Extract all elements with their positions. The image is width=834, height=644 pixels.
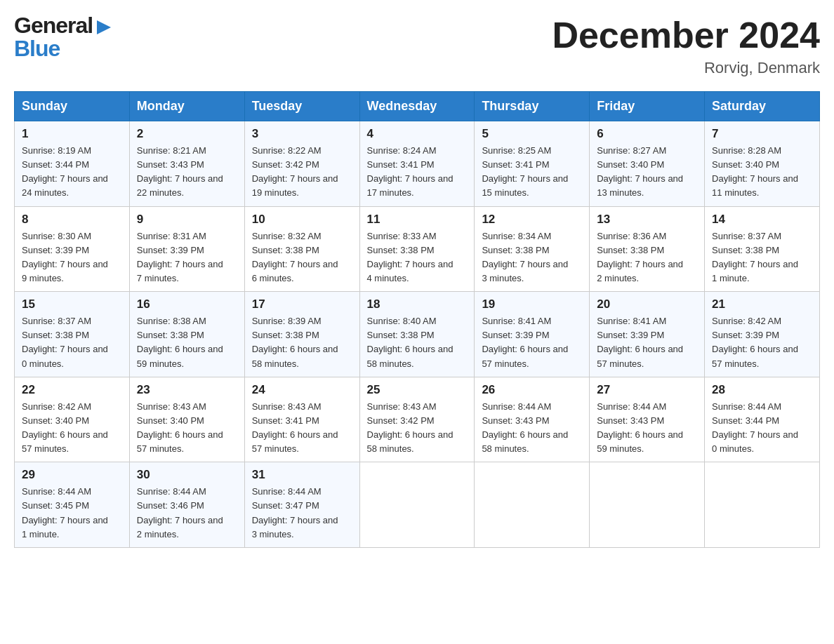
day-info: Sunrise: 8:44 AMSunset: 3:45 PMDaylight:…: [22, 485, 122, 542]
day-number: 1: [22, 127, 122, 141]
calendar-day-cell: 19Sunrise: 8:41 AMSunset: 3:39 PMDayligh…: [475, 292, 590, 377]
calendar-week-row: 22Sunrise: 8:42 AMSunset: 3:40 PMDayligh…: [15, 377, 820, 462]
location: Rorvig, Denmark: [552, 59, 820, 77]
day-number: 7: [712, 127, 812, 141]
calendar-day-cell: 1Sunrise: 8:19 AMSunset: 3:44 PMDaylight…: [15, 121, 130, 207]
calendar-day-cell: 14Sunrise: 8:37 AMSunset: 3:38 PMDayligh…: [705, 206, 820, 292]
calendar-day-cell: 12Sunrise: 8:34 AMSunset: 3:38 PMDayligh…: [475, 206, 590, 292]
day-number: 19: [482, 297, 582, 311]
calendar-week-row: 15Sunrise: 8:37 AMSunset: 3:38 PMDayligh…: [15, 292, 820, 377]
day-number: 28: [712, 383, 812, 397]
day-info: Sunrise: 8:30 AMSunset: 3:39 PMDaylight:…: [22, 229, 122, 286]
svg-marker-0: [97, 20, 111, 34]
calendar-day-cell: 2Sunrise: 8:21 AMSunset: 3:43 PMDaylight…: [129, 121, 244, 207]
day-info: Sunrise: 8:34 AMSunset: 3:38 PMDaylight:…: [482, 229, 582, 286]
title-area: December 2024 Rorvig, Denmark: [552, 14, 820, 77]
day-number: 22: [22, 383, 122, 397]
calendar-day-cell: 28Sunrise: 8:44 AMSunset: 3:44 PMDayligh…: [705, 377, 820, 462]
day-info: Sunrise: 8:22 AMSunset: 3:42 PMDaylight:…: [252, 144, 352, 201]
day-info: Sunrise: 8:19 AMSunset: 3:44 PMDaylight:…: [22, 144, 122, 201]
calendar-day-cell: 10Sunrise: 8:32 AMSunset: 3:38 PMDayligh…: [244, 206, 359, 292]
calendar-day-cell: [590, 462, 705, 548]
col-saturday: Saturday: [705, 92, 820, 121]
logo-bottom: Blue: [14, 37, 114, 60]
day-number: 20: [597, 297, 697, 311]
day-info: Sunrise: 8:44 AMSunset: 3:46 PMDaylight:…: [137, 485, 237, 542]
calendar-week-row: 29Sunrise: 8:44 AMSunset: 3:45 PMDayligh…: [15, 462, 820, 548]
day-number: 5: [482, 127, 582, 141]
day-number: 30: [137, 468, 237, 482]
calendar-day-cell: 17Sunrise: 8:39 AMSunset: 3:38 PMDayligh…: [244, 292, 359, 377]
calendar-table: Sunday Monday Tuesday Wednesday Thursday…: [14, 91, 820, 548]
day-info: Sunrise: 8:44 AMSunset: 3:43 PMDaylight:…: [597, 400, 697, 457]
day-info: Sunrise: 8:36 AMSunset: 3:38 PMDaylight:…: [597, 229, 697, 286]
calendar-day-cell: 20Sunrise: 8:41 AMSunset: 3:39 PMDayligh…: [590, 292, 705, 377]
day-info: Sunrise: 8:21 AMSunset: 3:43 PMDaylight:…: [137, 144, 237, 201]
calendar-day-cell: 27Sunrise: 8:44 AMSunset: 3:43 PMDayligh…: [590, 377, 705, 462]
day-info: Sunrise: 8:41 AMSunset: 3:39 PMDaylight:…: [597, 314, 697, 371]
day-number: 15: [22, 297, 122, 311]
calendar-day-cell: 23Sunrise: 8:43 AMSunset: 3:40 PMDayligh…: [129, 377, 244, 462]
calendar-day-cell: [705, 462, 820, 548]
day-number: 10: [252, 213, 352, 227]
calendar-day-cell: 15Sunrise: 8:37 AMSunset: 3:38 PMDayligh…: [15, 292, 130, 377]
day-number: 12: [482, 213, 582, 227]
page-header: General Blue December 2024 Rorvig, Denma…: [14, 14, 820, 77]
day-number: 13: [597, 213, 697, 227]
day-number: 21: [712, 297, 812, 311]
logo-top: General: [14, 14, 114, 37]
calendar-day-cell: 24Sunrise: 8:43 AMSunset: 3:41 PMDayligh…: [244, 377, 359, 462]
day-number: 31: [252, 468, 352, 482]
day-number: 26: [482, 383, 582, 397]
calendar-day-cell: 4Sunrise: 8:24 AMSunset: 3:41 PMDaylight…: [359, 121, 475, 207]
day-info: Sunrise: 8:43 AMSunset: 3:41 PMDaylight:…: [252, 400, 352, 457]
calendar-day-cell: 26Sunrise: 8:44 AMSunset: 3:43 PMDayligh…: [475, 377, 590, 462]
day-info: Sunrise: 8:42 AMSunset: 3:39 PMDaylight:…: [712, 314, 812, 371]
col-monday: Monday: [129, 92, 244, 121]
day-number: 4: [367, 127, 468, 141]
day-number: 18: [367, 297, 468, 311]
day-number: 27: [597, 383, 697, 397]
day-info: Sunrise: 8:25 AMSunset: 3:41 PMDaylight:…: [482, 144, 582, 201]
day-number: 11: [367, 213, 468, 227]
month-title: December 2024: [552, 14, 820, 56]
calendar-day-cell: 18Sunrise: 8:40 AMSunset: 3:38 PMDayligh…: [359, 292, 475, 377]
day-info: Sunrise: 8:43 AMSunset: 3:42 PMDaylight:…: [367, 400, 468, 457]
day-number: 16: [137, 297, 237, 311]
day-number: 3: [252, 127, 352, 141]
day-info: Sunrise: 8:27 AMSunset: 3:40 PMDaylight:…: [597, 144, 697, 201]
col-friday: Friday: [590, 92, 705, 121]
calendar-day-cell: 9Sunrise: 8:31 AMSunset: 3:39 PMDaylight…: [129, 206, 244, 292]
day-number: 14: [712, 213, 812, 227]
day-info: Sunrise: 8:31 AMSunset: 3:39 PMDaylight:…: [137, 229, 237, 286]
calendar-day-cell: 31Sunrise: 8:44 AMSunset: 3:47 PMDayligh…: [244, 462, 359, 548]
day-number: 24: [252, 383, 352, 397]
day-info: Sunrise: 8:33 AMSunset: 3:38 PMDaylight:…: [367, 229, 468, 286]
day-number: 8: [22, 213, 122, 227]
calendar-day-cell: 11Sunrise: 8:33 AMSunset: 3:38 PMDayligh…: [359, 206, 475, 292]
col-sunday: Sunday: [15, 92, 130, 121]
day-info: Sunrise: 8:32 AMSunset: 3:38 PMDaylight:…: [252, 229, 352, 286]
day-info: Sunrise: 8:40 AMSunset: 3:38 PMDaylight:…: [367, 314, 468, 371]
calendar-day-cell: [359, 462, 475, 548]
calendar-day-cell: 5Sunrise: 8:25 AMSunset: 3:41 PMDaylight…: [475, 121, 590, 207]
day-number: 6: [597, 127, 697, 141]
day-info: Sunrise: 8:44 AMSunset: 3:47 PMDaylight:…: [252, 485, 352, 542]
day-info: Sunrise: 8:41 AMSunset: 3:39 PMDaylight:…: [482, 314, 582, 371]
day-number: 9: [137, 213, 237, 227]
day-number: 23: [137, 383, 237, 397]
calendar-day-cell: 29Sunrise: 8:44 AMSunset: 3:45 PMDayligh…: [15, 462, 130, 548]
day-number: 17: [252, 297, 352, 311]
calendar-day-cell: 22Sunrise: 8:42 AMSunset: 3:40 PMDayligh…: [15, 377, 130, 462]
col-thursday: Thursday: [475, 92, 590, 121]
day-info: Sunrise: 8:24 AMSunset: 3:41 PMDaylight:…: [367, 144, 468, 201]
day-info: Sunrise: 8:37 AMSunset: 3:38 PMDaylight:…: [22, 314, 122, 371]
calendar-day-cell: [475, 462, 590, 548]
col-wednesday: Wednesday: [359, 92, 475, 121]
calendar-day-cell: 6Sunrise: 8:27 AMSunset: 3:40 PMDaylight…: [590, 121, 705, 207]
day-info: Sunrise: 8:42 AMSunset: 3:40 PMDaylight:…: [22, 400, 122, 457]
calendar-day-cell: 25Sunrise: 8:43 AMSunset: 3:42 PMDayligh…: [359, 377, 475, 462]
day-info: Sunrise: 8:43 AMSunset: 3:40 PMDaylight:…: [137, 400, 237, 457]
day-info: Sunrise: 8:44 AMSunset: 3:44 PMDaylight:…: [712, 400, 812, 457]
calendar-day-cell: 3Sunrise: 8:22 AMSunset: 3:42 PMDaylight…: [244, 121, 359, 207]
